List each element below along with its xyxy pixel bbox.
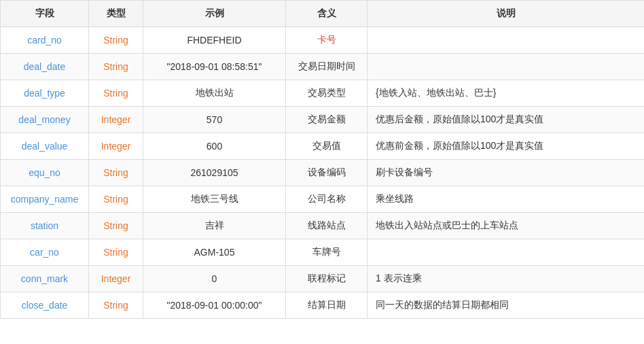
data-dictionary-table: 字段类型示例含义说明 card_noStringFHDEFHEID卡号deal_… [0,0,644,319]
field-example: 地铁三号线 [143,186,286,213]
field-name: station [1,213,89,239]
field-name: close_date [1,292,89,319]
field-name: deal_date [1,54,89,80]
field-desc: 1 表示连乘 [368,266,645,292]
field-desc: 乘坐线路 [368,186,645,213]
field-example: "2018-09-01 08:58:51" [143,54,286,80]
field-example: FHDEFHEID [143,27,286,54]
column-header-2: 示例 [143,1,286,27]
field-desc [368,27,645,54]
field-meaning: 卡号 [286,27,368,54]
field-desc: 优惠前金额，原始值除以100才是真实值 [368,133,645,160]
field-desc: 同一天的数据的结算日期都相同 [368,292,645,319]
field-type: String [89,27,143,54]
field-name: deal_value [1,133,89,160]
field-name: deal_money [1,107,89,133]
field-desc: 优惠后金额，原始值除以100才是真实值 [368,107,645,133]
field-name: equ_no [1,160,89,186]
field-example: 570 [143,107,286,133]
field-type: Integer [89,107,143,133]
field-name: car_no [1,239,89,266]
field-desc [368,239,645,266]
table-row: deal_moneyInteger570交易金额优惠后金额，原始值除以100才是… [1,107,645,133]
table-row: company_nameString地铁三号线公司名称乘坐线路 [1,186,645,213]
field-type: String [89,54,143,80]
field-meaning: 车牌号 [286,239,368,266]
field-type: Integer [89,133,143,160]
field-meaning: 联程标记 [286,266,368,292]
field-name: card_no [1,27,89,54]
field-name: company_name [1,186,89,213]
field-type: String [89,186,143,213]
field-example: "2018-09-01 00:00:00" [143,292,286,319]
field-meaning: 交易日期时间 [286,54,368,80]
field-type: String [89,80,143,107]
field-meaning: 设备编码 [286,160,368,186]
field-desc: 地铁出入站站点或巴士的上车站点 [368,213,645,239]
field-meaning: 结算日期 [286,292,368,319]
field-example: 0 [143,266,286,292]
field-meaning: 公司名称 [286,186,368,213]
column-header-4: 说明 [368,1,645,27]
field-example: AGM-105 [143,239,286,266]
field-desc: {地铁入站、地铁出站、巴士} [368,80,645,107]
field-type: String [89,160,143,186]
field-desc [368,54,645,80]
table-row: car_noStringAGM-105车牌号 [1,239,645,266]
field-type: String [89,292,143,319]
field-meaning: 交易金额 [286,107,368,133]
table-row: card_noStringFHDEFHEID卡号 [1,27,645,54]
field-meaning: 交易类型 [286,80,368,107]
field-example: 地铁出站 [143,80,286,107]
field-name: conn_mark [1,266,89,292]
field-name: deal_type [1,80,89,107]
field-type: String [89,239,143,266]
field-meaning: 交易值 [286,133,368,160]
column-header-0: 字段 [1,1,89,27]
field-type: Integer [89,266,143,292]
table-row: deal_dateString"2018-09-01 08:58:51"交易日期… [1,54,645,80]
field-meaning: 线路站点 [286,213,368,239]
field-example: 吉祥 [143,213,286,239]
field-type: String [89,213,143,239]
table-row: conn_markInteger0联程标记1 表示连乘 [1,266,645,292]
table-row: equ_noString261029105设备编码刷卡设备编号 [1,160,645,186]
field-example: 261029105 [143,160,286,186]
field-example: 600 [143,133,286,160]
column-header-3: 含义 [286,1,368,27]
table-row: stationString吉祥线路站点地铁出入站站点或巴士的上车站点 [1,213,645,239]
table-row: deal_valueInteger600交易值优惠前金额，原始值除以100才是真… [1,133,645,160]
table-row: close_dateString"2018-09-01 00:00:00"结算日… [1,292,645,319]
field-desc: 刷卡设备编号 [368,160,645,186]
column-header-1: 类型 [89,1,143,27]
table-row: deal_typeString地铁出站交易类型{地铁入站、地铁出站、巴士} [1,80,645,107]
